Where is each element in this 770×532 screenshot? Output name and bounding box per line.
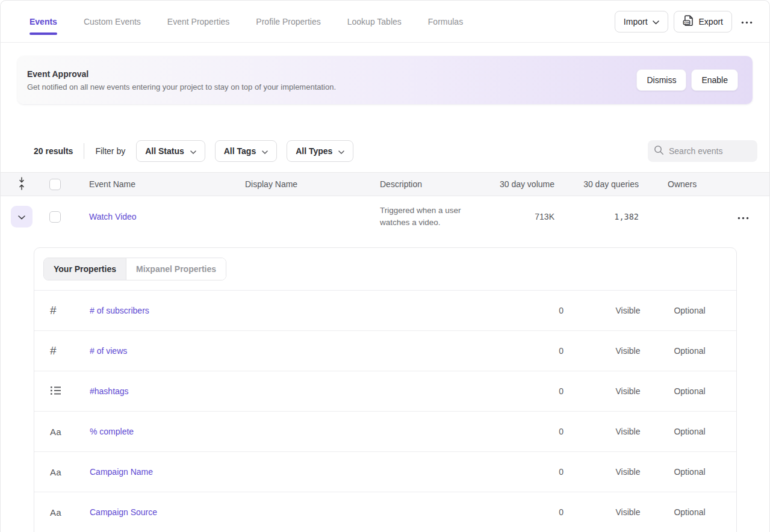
property-row: Aa % complete 0 Visible Optional bbox=[34, 412, 736, 452]
chevron-down-icon bbox=[18, 212, 25, 221]
enable-button[interactable]: Enable bbox=[691, 69, 738, 91]
number-type-icon: # bbox=[50, 344, 57, 357]
property-row: Aa Campaign Name 0 Visible Optional bbox=[34, 452, 736, 492]
property-visibility: Visible bbox=[591, 306, 665, 315]
tab-mixpanel-properties[interactable]: Mixpanel Properties bbox=[126, 258, 226, 280]
number-type-icon: # bbox=[50, 304, 57, 317]
filter-by-label: Filter by bbox=[95, 146, 125, 156]
banner-text: Event Approval Get notified on all new e… bbox=[27, 69, 636, 91]
col-description: Description bbox=[380, 179, 482, 189]
property-count: 0 bbox=[443, 386, 591, 396]
property-name-link[interactable]: # of views bbox=[90, 346, 443, 356]
list-type-icon bbox=[50, 386, 61, 397]
banner-description: Get notified on all new events entering … bbox=[27, 82, 636, 91]
col-display-name: Display Name bbox=[245, 179, 380, 189]
tab-profile-properties[interactable]: Profile Properties bbox=[256, 14, 320, 29]
property-count: 0 bbox=[443, 346, 591, 356]
nav-more-button[interactable] bbox=[737, 13, 756, 29]
results-count: 20 results bbox=[34, 146, 73, 156]
collapse-all-icon bbox=[18, 177, 25, 192]
row-more-button[interactable] bbox=[734, 209, 753, 225]
property-visibility: Visible bbox=[591, 427, 665, 436]
event-row-watch-video: Watch Video Triggered when a user watche… bbox=[1, 196, 769, 237]
export-button[interactable]: csv Export bbox=[674, 11, 732, 32]
event-name-link[interactable]: Watch Video bbox=[89, 212, 245, 221]
property-name-link[interactable]: Campaign Source bbox=[90, 507, 443, 517]
lexicon-page: Events Custom Events Event Properties Pr… bbox=[0, 0, 770, 532]
property-requirement: Optional bbox=[665, 306, 715, 315]
property-row: # # of views 0 Visible Optional bbox=[34, 331, 736, 371]
table-header: Event Name Display Name Description 30 d… bbox=[1, 172, 769, 196]
text-type-icon: Aa bbox=[50, 467, 61, 477]
ellipsis-icon bbox=[741, 17, 753, 26]
property-name-link[interactable]: % complete bbox=[90, 427, 443, 436]
property-row: #hashtags 0 Visible Optional bbox=[34, 371, 736, 412]
csv-file-icon: csv bbox=[683, 14, 694, 28]
select-all-checkbox[interactable] bbox=[49, 179, 61, 190]
col-volume: 30 day volume bbox=[482, 179, 554, 189]
tab-lookup-tables[interactable]: Lookup Tables bbox=[347, 14, 402, 29]
svg-text:csv: csv bbox=[684, 20, 689, 24]
col-queries: 30 day queries bbox=[554, 179, 639, 189]
search-box bbox=[648, 140, 757, 162]
property-count: 0 bbox=[443, 467, 591, 477]
tags-filter-dropdown[interactable]: All Tags bbox=[215, 140, 277, 162]
property-row: # # of subscribers 0 Visible Optional bbox=[34, 291, 736, 331]
property-requirement: Optional bbox=[665, 507, 715, 517]
top-nav: Events Custom Events Event Properties Pr… bbox=[1, 1, 769, 43]
event-volume: 713K bbox=[482, 212, 554, 221]
property-visibility: Visible bbox=[591, 467, 665, 477]
col-event-name: Event Name bbox=[89, 179, 245, 189]
property-requirement: Optional bbox=[665, 427, 715, 436]
properties-panel: Your Properties Mixpanel Properties # # … bbox=[34, 247, 737, 532]
chevron-down-icon bbox=[262, 146, 268, 156]
nav-tabs: Events Custom Events Event Properties Pr… bbox=[29, 14, 615, 29]
event-queries: 1,382 bbox=[554, 212, 639, 221]
chevron-down-icon bbox=[653, 17, 659, 26]
vertical-divider bbox=[84, 143, 84, 159]
properties-tabs: Your Properties Mixpanel Properties bbox=[34, 248, 736, 291]
event-description: Triggered when a user watches a video. bbox=[380, 205, 482, 229]
property-name-link[interactable]: #hashtags bbox=[90, 386, 443, 396]
chevron-down-icon bbox=[190, 146, 196, 156]
filter-toolbar: 20 results Filter by All Status All Tags… bbox=[1, 140, 769, 162]
property-count: 0 bbox=[443, 306, 591, 315]
search-input[interactable] bbox=[669, 146, 751, 156]
property-name-link[interactable]: Campaign Name bbox=[90, 467, 443, 477]
property-row: Aa Campaign Source 0 Visible Optional bbox=[34, 492, 736, 532]
event-approval-banner: Event Approval Get notified on all new e… bbox=[17, 56, 753, 104]
tab-custom-events[interactable]: Custom Events bbox=[84, 14, 141, 29]
collapse-row-button[interactable] bbox=[11, 206, 33, 227]
import-label: Import bbox=[624, 17, 648, 26]
property-requirement: Optional bbox=[665, 467, 715, 477]
search-icon bbox=[654, 145, 664, 158]
types-filter-dropdown[interactable]: All Types bbox=[287, 140, 353, 162]
property-requirement: Optional bbox=[665, 386, 715, 396]
tags-filter-value: All Tags bbox=[224, 146, 256, 156]
text-type-icon: Aa bbox=[50, 507, 61, 518]
export-label: Export bbox=[699, 17, 723, 26]
nav-actions: Import csv Export bbox=[615, 11, 756, 32]
tab-events[interactable]: Events bbox=[29, 14, 57, 29]
ellipsis-icon bbox=[737, 212, 749, 221]
tab-your-properties[interactable]: Your Properties bbox=[44, 258, 126, 280]
status-filter-value: All Status bbox=[145, 146, 184, 156]
property-visibility: Visible bbox=[591, 507, 665, 517]
property-count: 0 bbox=[443, 507, 591, 517]
import-button[interactable]: Import bbox=[615, 11, 668, 32]
types-filter-value: All Types bbox=[296, 146, 332, 156]
tab-formulas[interactable]: Formulas bbox=[428, 14, 463, 29]
banner-actions: Dismiss Enable bbox=[636, 69, 738, 91]
tab-event-properties[interactable]: Event Properties bbox=[167, 14, 230, 29]
col-owners: Owners bbox=[639, 179, 717, 189]
property-visibility: Visible bbox=[591, 346, 665, 356]
collapse-all-button[interactable] bbox=[1, 177, 43, 192]
chevron-down-icon bbox=[338, 146, 344, 156]
property-count: 0 bbox=[443, 427, 591, 436]
row-checkbox[interactable] bbox=[49, 211, 61, 223]
property-visibility: Visible bbox=[591, 386, 665, 396]
status-filter-dropdown[interactable]: All Status bbox=[136, 140, 205, 162]
banner-title: Event Approval bbox=[27, 69, 636, 79]
property-name-link[interactable]: # of subscribers bbox=[90, 306, 443, 315]
dismiss-button[interactable]: Dismiss bbox=[636, 69, 686, 91]
